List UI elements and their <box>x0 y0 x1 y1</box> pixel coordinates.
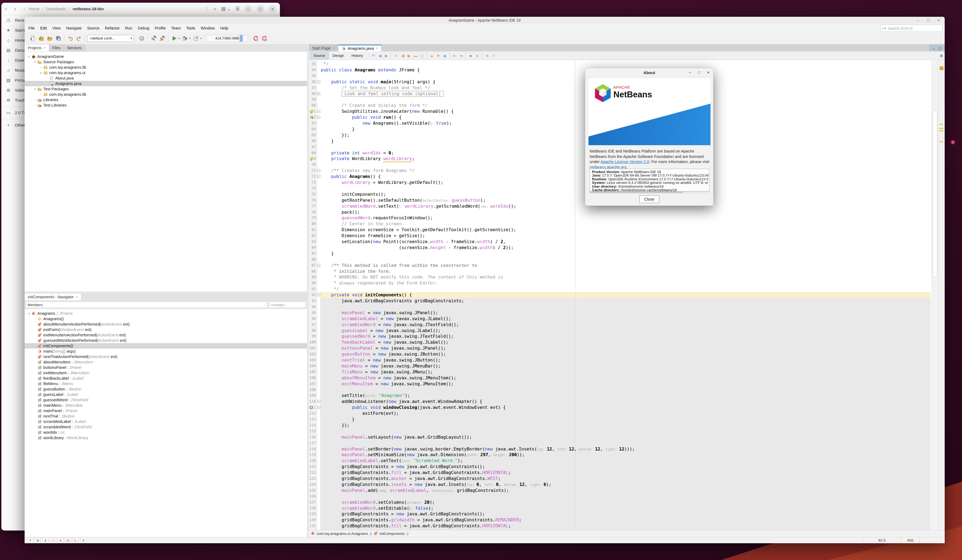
expander-closed-icon[interactable]: › <box>39 93 43 96</box>
minimize-icon[interactable]: – <box>917 18 919 23</box>
back-icon[interactable]: ‹ <box>2 5 11 13</box>
menu-run[interactable]: Run <box>123 24 135 32</box>
fold-collapse-icon[interactable]: − <box>317 406 320 409</box>
menu-profile[interactable]: Profile <box>152 24 168 32</box>
menu-navigate[interactable]: Navigate <box>63 24 84 32</box>
fold-collapse-icon[interactable]: − <box>317 294 320 296</box>
uncomment-icon[interactable]: ≡ <box>490 52 497 59</box>
navigator-mode-select[interactable]: Members ⌄ <box>26 302 268 308</box>
view-button-source[interactable]: Source <box>310 52 329 59</box>
navigator-member-row[interactable]: wordLibrary : WordLibrary <box>24 435 307 441</box>
navigator-member-row[interactable]: ∨Anagrams :: JFrame <box>24 311 307 316</box>
fold-expand-icon[interactable]: + <box>317 92 320 95</box>
navigator-member-row[interactable]: mainPanel : JPanel <box>24 408 307 413</box>
navigator-member-row[interactable]: Anagrams() <box>24 316 307 321</box>
close-icon[interactable]: × <box>76 294 78 300</box>
show-fields-icon[interactable]: ▣ <box>35 537 41 543</box>
expander-open-icon[interactable]: ∨ <box>33 60 37 64</box>
nav-back-icon[interactable]: ◀ <box>377 52 383 59</box>
navigator-member-row[interactable]: initComponents() <box>24 343 307 349</box>
project-tree-row[interactable]: ›Libraries <box>24 97 307 102</box>
maximize-button[interactable]: □ <box>257 5 264 13</box>
deploy-button[interactable] <box>138 35 145 42</box>
view-button-history[interactable]: History <box>348 52 366 59</box>
chevron-down-icon[interactable]: ▾ <box>200 37 202 40</box>
editor-tab-anagrams-java[interactable]: Anagrams.java× <box>338 45 382 52</box>
warning-tick[interactable] <box>939 130 943 131</box>
navigator-member-row[interactable]: fileMenu : JMenu <box>24 381 307 386</box>
show-non-public-icon[interactable]: ● <box>50 537 56 543</box>
gc-time-button[interactable] <box>252 35 259 42</box>
search-input[interactable] <box>887 26 942 31</box>
folded-code-placeholder[interactable]: Look and feel setting code (optional) <box>342 91 444 97</box>
show-methods-icon[interactable]: ▤ <box>65 537 71 543</box>
profile-project-button[interactable] <box>192 35 199 42</box>
expander-open-icon[interactable]: ∨ <box>27 312 31 315</box>
tab-list-chevron-icon[interactable]: ⌄ <box>932 46 935 50</box>
tab-navigator[interactable]: initComponents - Navigator × <box>24 294 81 300</box>
minimize-icon[interactable]: – <box>689 70 691 75</box>
breadcrumb-home[interactable]: Home <box>29 6 39 11</box>
clean-build-button[interactable] <box>159 35 166 42</box>
fold-collapse-icon[interactable]: − <box>317 116 320 119</box>
next-bookmark-icon[interactable]: ▼ <box>435 52 442 59</box>
expander-open-icon[interactable]: ∨ <box>39 71 43 75</box>
find-next-icon[interactable]: ▶ <box>406 52 412 59</box>
view-button-design[interactable]: Design <box>329 52 347 59</box>
shift-right-icon[interactable]: ⇥ <box>458 52 464 59</box>
close-icon[interactable]: × <box>707 70 709 75</box>
kebab-menu-icon[interactable]: ⋮ <box>204 6 209 11</box>
warning-tick[interactable] <box>939 128 943 129</box>
split-editor-icon[interactable]: ⊞ <box>940 53 943 58</box>
bulb-icon[interactable] <box>309 157 313 161</box>
menu-edit[interactable]: Edit <box>37 24 50 32</box>
quick-search-box[interactable]: ⌕▾ <box>880 24 943 32</box>
expander-closed-icon[interactable]: › <box>33 103 37 107</box>
search-icon[interactable]: ⌕ <box>214 6 216 11</box>
info-scrollbar[interactable] <box>589 192 709 193</box>
expander-open-icon[interactable]: ∨ <box>33 87 37 91</box>
navigator-member-row[interactable]: exitMenuItem : JMenuItem <box>24 370 307 376</box>
warning-tick[interactable] <box>939 124 943 125</box>
show-constructors-icon[interactable]: ◆ <box>58 537 63 543</box>
warning-tick[interactable] <box>939 141 943 142</box>
navigator-member-row[interactable]: wordIdx : int <box>24 430 307 435</box>
close-icon[interactable]: × <box>938 18 940 23</box>
menu-tools[interactable]: Tools <box>183 24 198 32</box>
breadcrumb-downloads[interactable]: Downloads <box>46 6 66 11</box>
bulb-arrow-icon[interactable] <box>309 115 313 119</box>
new-project-button[interactable] <box>37 35 45 42</box>
fold-collapse-icon[interactable]: − <box>317 264 320 267</box>
comment-icon[interactable]: ≡ <box>484 52 490 59</box>
maximize-icon[interactable]: □ <box>927 18 929 23</box>
navigator-members-tree[interactable]: ∨Anagrams :: JFrameAnagrams()aboutMenuIt… <box>24 309 307 441</box>
view-toggle-icon[interactable]: ▤ ⌄ <box>221 6 231 11</box>
link[interactable]: Apache License Version 2.0 <box>600 160 649 164</box>
fold-collapse-icon[interactable]: − <box>317 175 320 178</box>
menu-source[interactable]: Source <box>84 24 102 32</box>
toggle-highlight-icon[interactable]: ▬ <box>412 52 419 59</box>
navigator-member-row[interactable]: guessedWordActionPerformed(ActionEvent e… <box>24 338 307 343</box>
gc-stop-button[interactable] <box>261 35 268 42</box>
tab-services[interactable]: Services <box>64 45 85 52</box>
nav-forward-icon[interactable]: ▶ <box>383 52 390 59</box>
menu-help[interactable]: Help <box>218 24 231 32</box>
navigator-member-row[interactable]: nextTrialActionPerformed(ActionEvent evt… <box>24 354 307 359</box>
toggle-bookmark-icon[interactable]: ◆ <box>442 52 448 59</box>
navigator-member-row[interactable]: scrambledWord : JTextField <box>24 424 307 430</box>
close-icon[interactable]: × <box>44 45 46 52</box>
project-tree-row[interactable]: ›com.toy.anagrams.lib <box>24 65 307 70</box>
macro-record-icon[interactable]: ■ <box>474 52 481 59</box>
project-tree-row[interactable]: About.java <box>24 76 307 81</box>
hamburger-menu-icon[interactable]: ☰ <box>236 6 240 11</box>
breadcrumb-current-folder[interactable]: netbeans-18-bin <box>73 6 104 11</box>
find-prev-icon[interactable]: ◀ <box>399 52 406 59</box>
project-tree-row[interactable]: ∨Source Packages <box>24 59 307 65</box>
project-tree-row[interactable]: ∨com.toy.anagrams.ui <box>24 70 307 76</box>
expander-open-icon[interactable]: ∨ <box>27 55 31 58</box>
scrollbar-thumb[interactable] <box>933 110 938 277</box>
build-button[interactable] <box>150 35 157 42</box>
override-icon[interactable] <box>309 405 313 409</box>
projects-tree[interactable]: ∨AnagramGame∨Source Packages›com.toy.ana… <box>24 52 307 108</box>
save-all-button[interactable] <box>55 35 62 42</box>
